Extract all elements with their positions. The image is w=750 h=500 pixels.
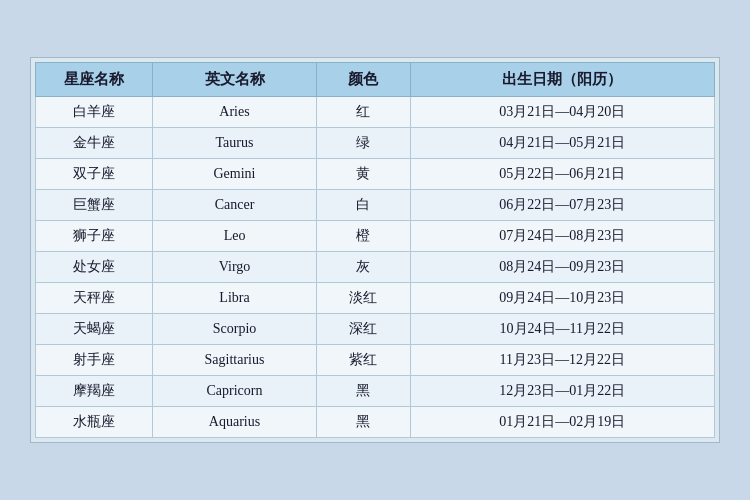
table-row: 双子座Gemini黄05月22日—06月21日 [36,159,715,190]
cell-color: 紫红 [316,345,410,376]
table-row: 水瓶座Aquarius黑01月21日—02月19日 [36,407,715,438]
cell-chinese: 双子座 [36,159,153,190]
cell-date: 01月21日—02月19日 [410,407,714,438]
cell-date: 05月22日—06月21日 [410,159,714,190]
cell-english: Virgo [153,252,317,283]
cell-english: Cancer [153,190,317,221]
table-row: 天秤座Libra淡红09月24日—10月23日 [36,283,715,314]
cell-date: 11月23日—12月22日 [410,345,714,376]
cell-english: Scorpio [153,314,317,345]
cell-color: 黑 [316,376,410,407]
cell-color: 黑 [316,407,410,438]
cell-chinese: 巨蟹座 [36,190,153,221]
cell-english: Taurus [153,128,317,159]
cell-color: 灰 [316,252,410,283]
header-date: 出生日期（阳历） [410,63,714,97]
cell-color: 橙 [316,221,410,252]
cell-date: 06月22日—07月23日 [410,190,714,221]
cell-chinese: 水瓶座 [36,407,153,438]
cell-date: 03月21日—04月20日 [410,97,714,128]
cell-chinese: 白羊座 [36,97,153,128]
table-row: 白羊座Aries红03月21日—04月20日 [36,97,715,128]
cell-english: Aquarius [153,407,317,438]
cell-color: 绿 [316,128,410,159]
table-row: 天蝎座Scorpio深红10月24日—11月22日 [36,314,715,345]
cell-color: 红 [316,97,410,128]
cell-date: 09月24日—10月23日 [410,283,714,314]
cell-english: Aries [153,97,317,128]
cell-date: 07月24日—08月23日 [410,221,714,252]
header-chinese: 星座名称 [36,63,153,97]
cell-chinese: 摩羯座 [36,376,153,407]
cell-color: 淡红 [316,283,410,314]
table-row: 处女座Virgo灰08月24日—09月23日 [36,252,715,283]
cell-english: Sagittarius [153,345,317,376]
table-header-row: 星座名称 英文名称 颜色 出生日期（阳历） [36,63,715,97]
cell-chinese: 天秤座 [36,283,153,314]
cell-date: 12月23日—01月22日 [410,376,714,407]
table-row: 射手座Sagittarius紫红11月23日—12月22日 [36,345,715,376]
cell-color: 白 [316,190,410,221]
cell-chinese: 天蝎座 [36,314,153,345]
header-english: 英文名称 [153,63,317,97]
table-row: 摩羯座Capricorn黑12月23日—01月22日 [36,376,715,407]
zodiac-table-container: 星座名称 英文名称 颜色 出生日期（阳历） 白羊座Aries红03月21日—04… [30,57,720,443]
cell-date: 04月21日—05月21日 [410,128,714,159]
cell-english: Leo [153,221,317,252]
cell-chinese: 处女座 [36,252,153,283]
table-row: 金牛座Taurus绿04月21日—05月21日 [36,128,715,159]
cell-color: 深红 [316,314,410,345]
cell-date: 08月24日—09月23日 [410,252,714,283]
cell-color: 黄 [316,159,410,190]
cell-date: 10月24日—11月22日 [410,314,714,345]
cell-english: Gemini [153,159,317,190]
cell-chinese: 射手座 [36,345,153,376]
table-body: 白羊座Aries红03月21日—04月20日金牛座Taurus绿04月21日—0… [36,97,715,438]
table-row: 狮子座Leo橙07月24日—08月23日 [36,221,715,252]
cell-english: Libra [153,283,317,314]
zodiac-table: 星座名称 英文名称 颜色 出生日期（阳历） 白羊座Aries红03月21日—04… [35,62,715,438]
header-color: 颜色 [316,63,410,97]
cell-english: Capricorn [153,376,317,407]
cell-chinese: 金牛座 [36,128,153,159]
cell-chinese: 狮子座 [36,221,153,252]
table-row: 巨蟹座Cancer白06月22日—07月23日 [36,190,715,221]
